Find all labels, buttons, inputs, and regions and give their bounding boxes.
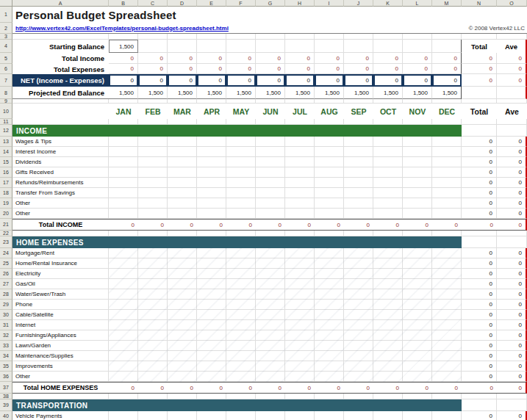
month-cell[interactable] bbox=[403, 279, 432, 289]
month-cell[interactable] bbox=[256, 341, 285, 351]
month-cell[interactable] bbox=[344, 178, 373, 188]
row-header-8[interactable]: 8 bbox=[0, 87, 12, 99]
month-cell[interactable] bbox=[315, 320, 344, 330]
summary-value[interactable]: 0 bbox=[256, 64, 285, 74]
empty-cell[interactable] bbox=[168, 40, 197, 53]
section-total-ave[interactable]: 0 bbox=[497, 219, 527, 231]
month-cell[interactable] bbox=[226, 147, 256, 157]
category-total[interactable]: 0 bbox=[462, 310, 497, 320]
month-cell[interactable] bbox=[344, 198, 373, 209]
month-cell[interactable] bbox=[315, 157, 344, 167]
section-total-value[interactable]: 0 bbox=[403, 219, 432, 231]
month-cell[interactable] bbox=[315, 248, 344, 258]
empty-cell[interactable] bbox=[109, 394, 138, 399]
empty-cell[interactable] bbox=[197, 40, 226, 53]
month-cell[interactable] bbox=[109, 248, 138, 258]
projected-balance-value[interactable]: 1,500 bbox=[432, 87, 462, 99]
summary-value[interactable]: 0 bbox=[138, 53, 168, 64]
month-cell[interactable] bbox=[226, 411, 256, 420]
category-label[interactable]: Mortgage/Rent bbox=[12, 248, 109, 258]
section-total-value[interactable]: 0 bbox=[138, 382, 168, 394]
empty-cell[interactable] bbox=[256, 119, 285, 125]
empty-cell[interactable] bbox=[462, 236, 497, 248]
net-value[interactable]: 0 bbox=[197, 74, 226, 87]
net-ave[interactable]: 0 bbox=[497, 74, 527, 87]
month-cell[interactable] bbox=[256, 351, 285, 361]
empty-cell[interactable] bbox=[168, 34, 197, 40]
month-cell[interactable] bbox=[432, 372, 462, 382]
month-cell[interactable] bbox=[315, 279, 344, 289]
column-header-M[interactable]: M bbox=[432, 0, 462, 7]
empty-cell[interactable] bbox=[432, 34, 462, 40]
empty-cell[interactable] bbox=[315, 231, 344, 236]
month-cell[interactable] bbox=[256, 289, 285, 300]
summary-value[interactable]: 0 bbox=[285, 53, 315, 64]
month-cell[interactable] bbox=[315, 178, 344, 188]
month-cell[interactable] bbox=[432, 341, 462, 351]
summary-value[interactable]: 0 bbox=[315, 53, 344, 64]
month-cell[interactable] bbox=[138, 300, 168, 310]
month-cell[interactable] bbox=[373, 188, 403, 198]
section-total-value[interactable]: 0 bbox=[285, 219, 315, 231]
section-total-value[interactable]: 0 bbox=[197, 382, 226, 394]
category-total[interactable]: 0 bbox=[462, 351, 497, 361]
category-label[interactable]: Gas/Oil bbox=[12, 279, 109, 289]
month-cell[interactable] bbox=[168, 289, 197, 300]
row-header-36[interactable]: 36 bbox=[0, 372, 12, 382]
summary-value[interactable]: 0 bbox=[168, 53, 197, 64]
month-cell[interactable] bbox=[256, 269, 285, 279]
month-cell[interactable] bbox=[432, 248, 462, 258]
month-cell[interactable] bbox=[403, 341, 432, 351]
empty-cell[interactable] bbox=[285, 394, 315, 399]
month-cell[interactable] bbox=[315, 361, 344, 372]
projected-balance-value[interactable]: 1,500 bbox=[344, 87, 373, 99]
month-cell[interactable] bbox=[256, 157, 285, 167]
month-cell[interactable] bbox=[109, 147, 138, 157]
month-cell[interactable] bbox=[403, 147, 432, 157]
empty-cell[interactable] bbox=[12, 34, 109, 40]
net-value[interactable]: 0 bbox=[344, 74, 373, 87]
summary-value[interactable]: 0 bbox=[432, 64, 462, 74]
month-cell[interactable] bbox=[197, 147, 226, 157]
column-header-L[interactable]: L bbox=[403, 0, 432, 7]
projected-balance-value[interactable]: 1,500 bbox=[168, 87, 197, 99]
month-cell[interactable] bbox=[373, 178, 403, 188]
month-cell[interactable] bbox=[256, 330, 285, 341]
row-header-20[interactable]: 20 bbox=[0, 209, 12, 219]
category-ave[interactable]: 0 bbox=[497, 320, 527, 330]
category-label[interactable]: Maintenance/Supplies bbox=[12, 351, 109, 361]
column-header-C[interactable]: C bbox=[138, 0, 168, 7]
column-header-H[interactable]: H bbox=[285, 0, 315, 7]
column-header-A[interactable]: A bbox=[12, 0, 109, 7]
category-ave[interactable]: 0 bbox=[497, 198, 527, 209]
month-cell[interactable] bbox=[109, 167, 138, 178]
month-cell[interactable] bbox=[403, 320, 432, 330]
month-cell[interactable] bbox=[168, 341, 197, 351]
section-total-total[interactable]: 0 bbox=[462, 382, 497, 394]
row-header-12[interactable]: 12 bbox=[0, 125, 12, 137]
month-cell[interactable] bbox=[432, 147, 462, 157]
month-cell[interactable] bbox=[344, 351, 373, 361]
month-cell[interactable] bbox=[138, 167, 168, 178]
month-cell[interactable] bbox=[344, 248, 373, 258]
net-value[interactable]: 0 bbox=[373, 74, 403, 87]
category-total[interactable]: 0 bbox=[462, 320, 497, 330]
empty-cell[interactable] bbox=[256, 394, 285, 399]
month-cell[interactable] bbox=[373, 310, 403, 320]
month-cell[interactable] bbox=[226, 167, 256, 178]
row-header-13[interactable]: 13 bbox=[0, 137, 12, 147]
month-cell[interactable] bbox=[256, 188, 285, 198]
projected-balance-value[interactable]: 1,500 bbox=[197, 87, 226, 99]
month-cell[interactable] bbox=[344, 300, 373, 310]
month-cell[interactable] bbox=[373, 167, 403, 178]
month-cell[interactable] bbox=[197, 178, 226, 188]
summary-value[interactable]: 0 bbox=[109, 64, 138, 74]
row-header-23[interactable]: 23 bbox=[0, 236, 12, 248]
empty-cell[interactable] bbox=[12, 231, 109, 236]
month-cell[interactable] bbox=[285, 167, 315, 178]
empty-cell[interactable] bbox=[138, 119, 168, 125]
month-cell[interactable] bbox=[344, 361, 373, 372]
projected-balance-value[interactable]: 1,500 bbox=[109, 87, 138, 99]
month-cell[interactable] bbox=[285, 300, 315, 310]
month-cell[interactable] bbox=[168, 258, 197, 269]
